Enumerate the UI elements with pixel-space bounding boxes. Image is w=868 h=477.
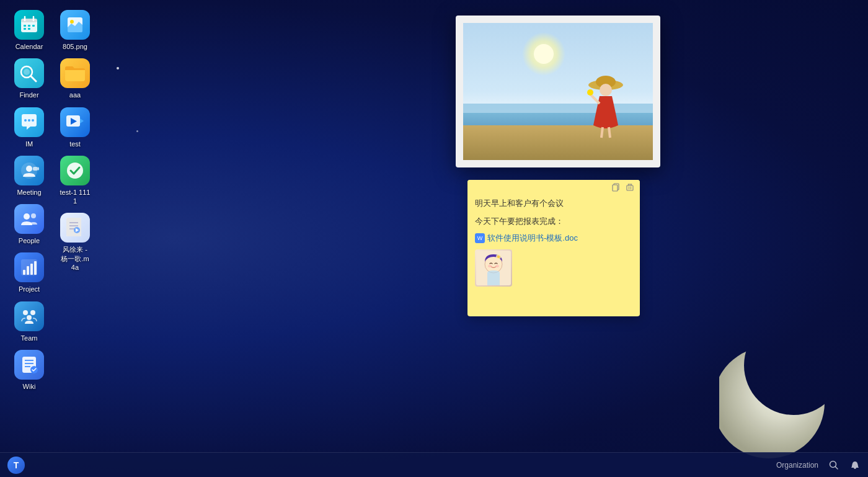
805png-icon-img [60,10,90,40]
taskbar-logo[interactable]: T [7,457,25,474]
team-icon-img [14,301,44,331]
test-label: test [69,140,81,148]
svg-point-43 [67,163,83,179]
test-icon-img [60,107,90,137]
desktop-icon-wiki[interactable]: Wiki [6,346,52,395]
desktop-icon-meeting[interactable]: Meeting [6,152,52,200]
aaa-icon-img [60,58,90,88]
svg-point-73 [488,265,492,267]
svg-point-24 [31,213,36,218]
svg-point-58 [600,84,612,96]
test1111-icon-img [60,156,90,185]
project-label: Project [19,285,40,293]
svg-rect-55 [463,125,653,160]
svg-rect-27 [27,266,29,275]
desktop-icon-im[interactable]: IM [6,104,52,152]
beach-photo [463,23,653,160]
svg-marker-41 [80,118,84,123]
sticky-delete-button[interactable] [625,182,635,192]
taskbar-org-label: Organization [776,461,818,470]
svg-point-18 [32,119,34,122]
project-icon-img [14,252,44,282]
svg-point-16 [24,119,27,122]
calendar-icon-img [14,10,44,40]
sticky-doc-link[interactable]: W 软件使用说明书-模板.doc [475,232,578,245]
fengxulai-label: 风徐来 -杨一歌.m4a [61,245,89,272]
desktop-icon-test1111[interactable]: test-1 1111 [52,152,98,210]
star-decoration [117,67,119,69]
sticky-note-widget: 明天早上和客户有个会议 今天下午要把报表完成： W 软件使用说明书-模板.doc [467,180,640,316]
svg-rect-64 [613,185,618,191]
moon-decoration [719,328,831,465]
svg-line-78 [836,466,838,469]
sticky-image [475,249,512,287]
desktop: Calendar Finder [0,0,868,477]
svg-point-60 [587,89,593,96]
test1111-label: test-1 1111 [60,188,91,206]
aaa-label: aaa [69,91,81,99]
svg-point-74 [495,265,499,267]
desktop-icon-team[interactable]: Team [6,298,52,346]
805png-label: 805.png [63,42,87,51]
svg-rect-26 [23,270,25,275]
svg-point-20 [26,166,32,172]
people-icon-img [14,204,44,234]
sticky-copy-button[interactable] [611,182,621,192]
finder-icon-img [14,58,44,88]
svg-rect-5 [21,19,37,22]
svg-line-61 [601,127,603,138]
svg-point-17 [28,119,30,122]
taskbar-left: T [7,457,25,474]
taskbar: T Organization [0,452,868,477]
svg-point-52 [534,44,554,64]
desktop-icons-column1: Calendar Finder [6,6,52,395]
doc-link-text: 软件使用说明书-模板.doc [487,232,578,245]
svg-rect-10 [32,25,35,27]
desktop-icon-805png[interactable]: 805.png [52,6,98,55]
fengxulai-icon-img [60,213,90,243]
taskbar-right: Organization [776,460,861,471]
taskbar-bell-icon[interactable] [849,460,861,471]
finder-label: Finder [19,91,38,99]
desktop-icon-finder[interactable]: Finder [6,55,52,103]
svg-rect-45 [66,218,81,236]
svg-rect-8 [24,25,26,27]
doc-icon: W [475,233,485,243]
svg-rect-12 [28,28,30,30]
svg-point-30 [23,310,28,315]
svg-rect-28 [30,264,33,275]
svg-line-62 [609,127,610,138]
desktop-icon-project[interactable]: Project [6,249,52,297]
desktop-icon-test[interactable]: test [52,104,98,152]
sticky-line2-prefix: 今天下午要把报表完成： [475,215,564,228]
taskbar-search-icon[interactable] [828,460,839,471]
desktop-icon-calendar[interactable]: Calendar [6,6,52,55]
svg-marker-22 [38,167,39,171]
svg-point-76 [497,256,500,258]
wiki-icon-img [14,350,44,380]
meeting-icon-img [14,156,44,185]
desktop-icons-column2: 805.png aaa test [52,6,98,275]
photo-frame-widget [456,16,660,167]
wiki-label: Wiki [23,382,36,391]
taskbar-logo-text: T [14,460,19,470]
meeting-label: Meeting [17,188,41,197]
team-label: Team [21,334,38,342]
svg-point-39 [70,20,74,24]
star-decoration [136,130,138,132]
svg-point-2 [719,347,825,458]
sticky-note-toolbar [467,180,640,195]
people-label: People [19,236,40,245]
svg-rect-29 [34,261,37,275]
desktop-icon-fengxulai[interactable]: 风徐来 -杨一歌.m4a [52,209,98,275]
im-label: IM [25,140,33,148]
desktop-icon-people[interactable]: People [6,200,52,249]
svg-point-14 [24,69,30,75]
sticky-line1: 明天早上和客户有个会议 [475,197,632,210]
svg-point-31 [30,310,35,315]
svg-rect-65 [627,185,633,190]
svg-rect-11 [24,28,26,30]
svg-point-23 [24,213,30,220]
desktop-icon-aaa[interactable]: aaa [52,55,98,103]
svg-rect-21 [33,167,38,171]
